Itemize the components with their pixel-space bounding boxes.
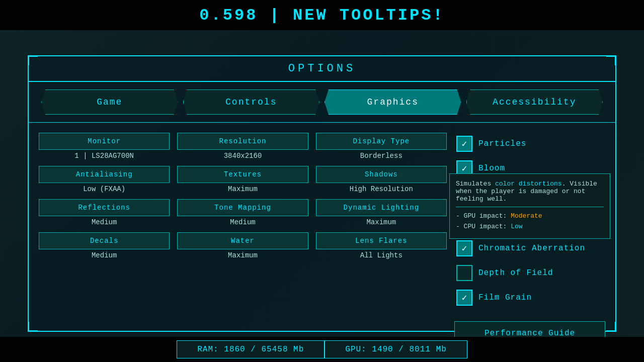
setting-textures-value: Maximum [228,185,258,193]
checkbox-particles[interactable]: ✓ [456,136,472,152]
tooltip-cpu-label: - CPU impact: [456,223,511,230]
setting-display-type-value: Borderless [360,152,403,160]
settings-grid: Monitor 1 | LS28AG700N Resolution 3840x2… [39,133,447,317]
setting-dynamic-lighting-value: Maximum [366,218,396,226]
setting-resolution: Resolution 3840x2160 [177,133,308,160]
checkbox-row-chromatic: ✓ Chromatic Aberration [454,237,605,259]
checkbox-bloom-label: Bloom [478,164,505,173]
tooltip-text1: Simulates [456,180,495,188]
right-panel: ✓ Particles ✓ Bloom Simulates color dist… [454,133,605,317]
setting-display-type-label[interactable]: Display Type [316,133,447,150]
setting-monitor-value: 1 | LS28AG700N [74,152,134,160]
setting-decals-value: Medium [92,251,117,259]
gpu-stat: GPU: 1490 / 8011 Mb [325,340,467,358]
setting-water-value: Maximum [228,251,258,259]
tooltip-divider [456,207,604,207]
setting-water: Water Maximum [177,232,308,259]
bloom-tooltip: Simulates color distortions. Visible whe… [449,173,610,239]
tooltip-highlight: color distortions [495,180,562,188]
setting-antialiasing: Antialiasing Low (FXAA) [39,166,170,193]
setting-tone-mapping: Tone Mapping Medium [177,199,308,226]
setting-decals-label[interactable]: Decals [39,232,170,249]
checkbox-row-dof: Depth of Field [454,262,605,284]
top-bar: 0.598 | NEW TOOLTIPS! [0,0,644,30]
tab-accessibility[interactable]: Accessibility [466,89,603,115]
checkbox-dof-label: Depth of Field [478,268,553,278]
options-panel: OPTIONS Game Controls Graphics Accessibi… [28,55,616,332]
setting-display-type: Display Type Borderless [316,133,447,160]
tooltip-cpu-value: Low [511,223,522,230]
checkbox-row-particles: ✓ Particles [454,133,605,155]
content-area: Monitor 1 | LS28AG700N Resolution 3840x2… [29,123,615,327]
tab-game[interactable]: Game [41,89,178,115]
setting-reflections-label[interactable]: Reflections [39,199,170,216]
checkbox-row-bloom: ✓ Bloom Simulates color distortions. Vis… [454,157,605,179]
checkbox-chromatic-label: Chromatic Aberration [478,244,585,253]
setting-dynamic-lighting-label[interactable]: Dynamic Lighting [316,199,447,216]
setting-antialiasing-label[interactable]: Antialiasing [39,166,170,183]
setting-resolution-value: 3840x2160 [224,152,262,160]
tooltip-gpu-value: Moderate [511,212,542,220]
checkbox-particles-label: Particles [478,139,526,148]
setting-lens-flares-label[interactable]: Lens Flares [316,232,447,249]
tooltip-cpu-row: - CPU impact: Low [456,222,604,232]
setting-antialiasing-value: Low (FXAA) [83,185,125,193]
tab-graphics[interactable]: Graphics [325,89,461,115]
setting-textures: Textures Maximum [177,166,308,193]
checkbox-filmgrain[interactable]: ✓ [456,290,472,306]
setting-shadows-label[interactable]: Shadows [316,166,447,183]
setting-resolution-label[interactable]: Resolution [177,133,308,150]
tab-controls[interactable]: Controls [183,89,320,115]
tooltip-gpu-row: - GPU impact: Moderate [456,211,604,222]
options-header: OPTIONS [29,56,615,82]
tooltip-gpu-label: - GPU impact: [456,212,511,220]
top-title: 0.598 | NEW TOOLTIPS! [199,6,444,25]
tabs-bar: Game Controls Graphics Accessibility [29,82,615,123]
checkbox-chromatic[interactable]: ✓ [456,240,472,256]
setting-monitor-label[interactable]: Monitor [39,133,170,150]
bottom-bar: RAM: 1860 / 65458 Mb GPU: 1490 / 8011 Mb [0,337,644,362]
checkbox-row-filmgrain: ✓ Film Grain [454,287,605,309]
setting-tone-mapping-value: Medium [230,218,255,226]
setting-dynamic-lighting: Dynamic Lighting Maximum [316,199,447,226]
checkbox-dof[interactable] [456,265,472,281]
setting-decals: Decals Medium [39,232,170,259]
setting-reflections-value: Medium [92,218,117,226]
checkbox-filmgrain-label: Film Grain [478,293,532,302]
ram-stat: RAM: 1860 / 65458 Mb [177,340,325,358]
setting-monitor: Monitor 1 | LS28AG700N [39,133,170,160]
setting-lens-flares-value: All Lights [360,251,403,259]
setting-water-label[interactable]: Water [177,232,308,249]
setting-shadows-value: High Resolution [350,185,413,193]
setting-reflections: Reflections Medium [39,199,170,226]
setting-tone-mapping-label[interactable]: Tone Mapping [177,199,308,216]
setting-textures-label[interactable]: Textures [177,166,308,183]
setting-shadows: Shadows High Resolution [316,166,447,193]
setting-lens-flares: Lens Flares All Lights [316,232,447,259]
